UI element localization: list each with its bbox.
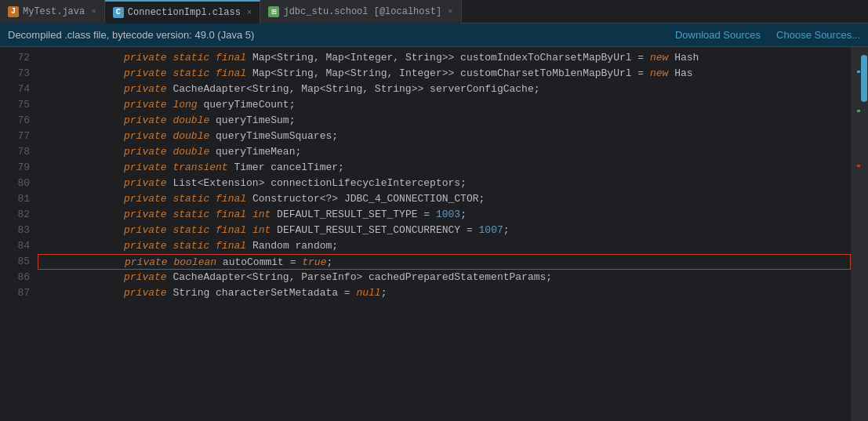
- line-num-73: 73: [0, 66, 38, 82]
- code-line-80: private List<Extension> connectionLifecy…: [38, 176, 851, 191]
- tab-label-jdbcstu: jdbc_stu.school [@localhost]: [283, 6, 441, 17]
- line-num-79: 79: [0, 160, 38, 176]
- tab-close-mytestjava[interactable]: ×: [91, 7, 96, 16]
- notification-actions: Download Sources Choose Sources...: [675, 29, 860, 41]
- code-line-78: private double queryTimeMean;: [38, 144, 851, 160]
- line-num-78: 78: [0, 144, 38, 160]
- tab-label-connectionimpl: ConnectionImpl.class: [128, 7, 241, 18]
- line-num-74: 74: [0, 82, 38, 97]
- code-line-72: private static final Map<String, Map<Int…: [38, 50, 851, 66]
- code-line-77: private double queryTimeSumSquares;: [38, 129, 851, 144]
- line-num-84: 84: [0, 238, 38, 254]
- line-num-80: 80: [0, 176, 38, 191]
- code-line-85: private boolean autoCommit = true;: [38, 254, 851, 270]
- line-num-75: 75: [0, 97, 38, 113]
- tab-label-mytestjava: MyTest.java: [23, 6, 85, 17]
- tab-icon-jdbcstu: ⊞: [268, 6, 279, 17]
- tab-bar: JMyTest.java×CConnectionImpl.class×⊞jdbc…: [0, 0, 868, 24]
- line-num-76: 76: [0, 113, 38, 129]
- scrollbar-thumb[interactable]: [861, 55, 867, 102]
- choose-sources-link[interactable]: Choose Sources...: [776, 29, 860, 41]
- line-num-81: 81: [0, 191, 38, 207]
- code-line-79: private transient Timer cancelTimer;: [38, 160, 851, 176]
- line-num-77: 77: [0, 129, 38, 144]
- tab-close-connectionimpl[interactable]: ×: [247, 8, 252, 17]
- code-line-73: private static final Map<String, Map<Str…: [38, 66, 851, 82]
- tab-connectionimpl[interactable]: CConnectionImpl.class×: [105, 0, 261, 24]
- tab-icon-connectionimpl: C: [113, 7, 124, 18]
- download-sources-link[interactable]: Download Sources: [675, 29, 761, 41]
- line-num-87: 87: [0, 285, 38, 301]
- editor: 72737475767778798081828384858687 private…: [0, 47, 868, 421]
- code-line-87: private String characterSetMetadata = nu…: [38, 285, 851, 301]
- notification-text: Decompiled .class file, bytecode version…: [8, 29, 254, 41]
- code-area[interactable]: private static final Map<String, Map<Int…: [38, 47, 851, 421]
- tab-mytestjava[interactable]: JMyTest.java×: [0, 0, 105, 24]
- code-line-81: private static final Constructor<?> JDBC…: [38, 191, 851, 207]
- tab-icon-mytestjava: J: [8, 6, 19, 17]
- right-gutter: [851, 47, 860, 421]
- tab-jdbcstu[interactable]: ⊞jdbc_stu.school [@localhost]×: [260, 0, 461, 24]
- line-num-85: 85: [0, 254, 38, 270]
- line-num-82: 82: [0, 207, 38, 223]
- code-line-76: private double queryTimeSum;: [38, 113, 851, 129]
- line-num-86: 86: [0, 270, 38, 285]
- line-num-72: 72: [0, 50, 38, 66]
- code-line-75: private long queryTimeCount;: [38, 97, 851, 113]
- code-line-83: private static final int DEFAULT_RESULT_…: [38, 223, 851, 238]
- code-line-86: private CacheAdapter<String, ParseInfo> …: [38, 270, 851, 285]
- code-line-82: private static final int DEFAULT_RESULT_…: [38, 207, 851, 223]
- line-numbers: 72737475767778798081828384858687: [0, 47, 38, 421]
- line-num-83: 83: [0, 223, 38, 238]
- tab-close-jdbcstu[interactable]: ×: [448, 7, 453, 16]
- code-line-74: private CacheAdapter<String, Map<String,…: [38, 82, 851, 97]
- code-line-84: private static final Random random;: [38, 238, 851, 254]
- notification-bar: Decompiled .class file, bytecode version…: [0, 24, 868, 47]
- scrollbar-track[interactable]: [860, 47, 868, 421]
